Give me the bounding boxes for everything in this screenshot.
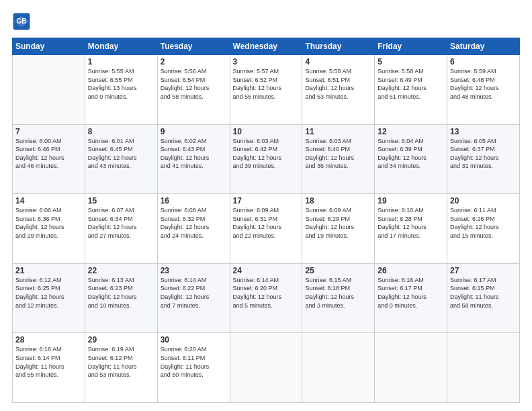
day-info: Sunrise: 6:10 AMSunset: 6:28 PMDaylight:… (378, 206, 444, 240)
table-row: 19Sunrise: 6:10 AMSunset: 6:28 PMDayligh… (375, 194, 447, 264)
day-info: Sunrise: 5:56 AMSunset: 6:54 PMDaylight:… (161, 67, 227, 101)
table-row: 5Sunrise: 5:58 AMSunset: 6:49 PMDaylight… (375, 55, 447, 125)
day-number: 4 (305, 57, 371, 66)
day-info: Sunrise: 6:09 AMSunset: 6:31 PMDaylight:… (233, 206, 300, 240)
weekday-wednesday: Wednesday (230, 38, 302, 55)
day-number: 6 (450, 57, 517, 66)
table-row: 27Sunrise: 6:17 AMSunset: 6:15 PMDayligh… (447, 263, 520, 333)
day-info: Sunrise: 6:20 AMSunset: 6:11 PMDaylight:… (161, 345, 227, 379)
table-row: 20Sunrise: 6:11 AMSunset: 6:26 PMDayligh… (447, 194, 520, 264)
day-info: Sunrise: 6:13 AMSunset: 6:23 PMDaylight:… (88, 276, 154, 310)
table-row (302, 333, 375, 403)
day-number: 22 (88, 266, 154, 275)
day-info: Sunrise: 6:03 AMSunset: 6:40 PMDaylight:… (305, 137, 371, 171)
calendar-week-row: 28Sunrise: 6:18 AMSunset: 6:14 PMDayligh… (13, 333, 520, 403)
day-info: Sunrise: 6:00 AMSunset: 6:46 PMDaylight:… (15, 137, 82, 171)
calendar-table: SundayMondayTuesdayWednesdayThursdayFrid… (12, 38, 520, 403)
day-info: Sunrise: 6:18 AMSunset: 6:14 PMDaylight:… (15, 345, 82, 379)
day-info: Sunrise: 6:17 AMSunset: 6:15 PMDaylight:… (450, 276, 517, 310)
table-row: 22Sunrise: 6:13 AMSunset: 6:23 PMDayligh… (85, 263, 157, 333)
day-info: Sunrise: 6:01 AMSunset: 6:45 PMDaylight:… (88, 137, 154, 171)
day-info: Sunrise: 6:19 AMSunset: 6:12 PMDaylight:… (88, 345, 154, 379)
day-number: 20 (450, 196, 517, 205)
table-row: 13Sunrise: 6:05 AMSunset: 6:37 PMDayligh… (447, 124, 520, 194)
day-number: 10 (233, 127, 300, 136)
table-row: 15Sunrise: 6:07 AMSunset: 6:34 PMDayligh… (85, 194, 157, 264)
weekday-friday: Friday (375, 38, 447, 55)
day-number: 17 (233, 196, 300, 205)
day-number: 25 (305, 266, 371, 275)
calendar-week-row: 7Sunrise: 6:00 AMSunset: 6:46 PMDaylight… (13, 124, 520, 194)
day-info: Sunrise: 6:14 AMSunset: 6:22 PMDaylight:… (161, 276, 227, 310)
calendar-week-row: 14Sunrise: 6:06 AMSunset: 6:36 PMDayligh… (13, 194, 520, 264)
table-row: 29Sunrise: 6:19 AMSunset: 6:12 PMDayligh… (85, 333, 157, 403)
day-number: 3 (233, 57, 300, 66)
table-row: 6Sunrise: 5:59 AMSunset: 6:48 PMDaylight… (447, 55, 520, 125)
table-row: 10Sunrise: 6:03 AMSunset: 6:42 PMDayligh… (230, 124, 302, 194)
day-number: 8 (88, 127, 154, 136)
day-info: Sunrise: 6:06 AMSunset: 6:36 PMDaylight:… (15, 206, 82, 240)
table-row (375, 333, 447, 403)
calendar-week-row: 1Sunrise: 5:55 AMSunset: 6:55 PMDaylight… (13, 55, 520, 125)
table-row: 24Sunrise: 6:14 AMSunset: 6:20 PMDayligh… (230, 263, 302, 333)
day-info: Sunrise: 6:09 AMSunset: 6:29 PMDaylight:… (305, 206, 371, 240)
day-number: 1 (88, 57, 154, 66)
day-info: Sunrise: 6:05 AMSunset: 6:37 PMDaylight:… (450, 137, 517, 171)
table-row (13, 55, 85, 125)
table-row: 18Sunrise: 6:09 AMSunset: 6:29 PMDayligh… (302, 194, 375, 264)
day-number: 21 (15, 266, 82, 275)
day-number: 15 (88, 196, 154, 205)
day-number: 28 (15, 335, 82, 345)
table-row: 3Sunrise: 5:57 AMSunset: 6:52 PMDaylight… (230, 55, 302, 125)
day-number: 11 (305, 127, 371, 136)
table-row: 12Sunrise: 6:04 AMSunset: 6:39 PMDayligh… (375, 124, 447, 194)
table-row (230, 333, 302, 403)
header: GB (12, 12, 520, 31)
table-row: 1Sunrise: 5:55 AMSunset: 6:55 PMDaylight… (85, 55, 157, 125)
day-number: 9 (161, 127, 227, 136)
day-number: 14 (15, 196, 82, 205)
day-info: Sunrise: 6:16 AMSunset: 6:17 PMDaylight:… (378, 276, 444, 310)
table-row: 25Sunrise: 6:15 AMSunset: 6:18 PMDayligh… (302, 263, 375, 333)
weekday-thursday: Thursday (302, 38, 375, 55)
day-info: Sunrise: 5:55 AMSunset: 6:55 PMDaylight:… (88, 67, 154, 101)
day-number: 19 (378, 196, 444, 205)
day-number: 12 (378, 127, 444, 136)
table-row: 28Sunrise: 6:18 AMSunset: 6:14 PMDayligh… (13, 333, 85, 403)
day-number: 18 (305, 196, 371, 205)
weekday-tuesday: Tuesday (157, 38, 230, 55)
day-info: Sunrise: 6:04 AMSunset: 6:39 PMDaylight:… (378, 137, 444, 171)
weekday-saturday: Saturday (447, 38, 520, 55)
logo-icon: GB (12, 12, 31, 31)
day-info: Sunrise: 5:59 AMSunset: 6:48 PMDaylight:… (450, 67, 517, 101)
table-row: 2Sunrise: 5:56 AMSunset: 6:54 PMDaylight… (157, 55, 230, 125)
day-number: 26 (378, 266, 444, 275)
table-row: 7Sunrise: 6:00 AMSunset: 6:46 PMDaylight… (13, 124, 85, 194)
day-info: Sunrise: 5:58 AMSunset: 6:51 PMDaylight:… (305, 67, 371, 101)
day-info: Sunrise: 6:02 AMSunset: 6:43 PMDaylight:… (161, 137, 227, 171)
table-row: 26Sunrise: 6:16 AMSunset: 6:17 PMDayligh… (375, 263, 447, 333)
day-number: 13 (450, 127, 517, 136)
day-number: 2 (161, 57, 227, 66)
day-number: 23 (161, 266, 227, 275)
table-row: 14Sunrise: 6:06 AMSunset: 6:36 PMDayligh… (13, 194, 85, 264)
day-info: Sunrise: 6:03 AMSunset: 6:42 PMDaylight:… (233, 137, 300, 171)
day-info: Sunrise: 5:57 AMSunset: 6:52 PMDaylight:… (233, 67, 300, 101)
day-info: Sunrise: 6:08 AMSunset: 6:32 PMDaylight:… (161, 206, 227, 240)
table-row: 30Sunrise: 6:20 AMSunset: 6:11 PMDayligh… (157, 333, 230, 403)
weekday-header-row: SundayMondayTuesdayWednesdayThursdayFrid… (13, 38, 520, 55)
day-number: 29 (88, 335, 154, 345)
day-info: Sunrise: 5:58 AMSunset: 6:49 PMDaylight:… (378, 67, 444, 101)
day-info: Sunrise: 6:07 AMSunset: 6:34 PMDaylight:… (88, 206, 154, 240)
svg-text:GB: GB (16, 17, 26, 25)
day-info: Sunrise: 6:14 AMSunset: 6:20 PMDaylight:… (233, 276, 300, 310)
logo: GB (12, 12, 34, 31)
day-number: 24 (233, 266, 300, 275)
weekday-monday: Monday (85, 38, 157, 55)
calendar-week-row: 21Sunrise: 6:12 AMSunset: 6:25 PMDayligh… (13, 263, 520, 333)
day-info: Sunrise: 6:15 AMSunset: 6:18 PMDaylight:… (305, 276, 371, 310)
weekday-sunday: Sunday (13, 38, 85, 55)
day-number: 16 (161, 196, 227, 205)
table-row: 23Sunrise: 6:14 AMSunset: 6:22 PMDayligh… (157, 263, 230, 333)
table-row: 8Sunrise: 6:01 AMSunset: 6:45 PMDaylight… (85, 124, 157, 194)
